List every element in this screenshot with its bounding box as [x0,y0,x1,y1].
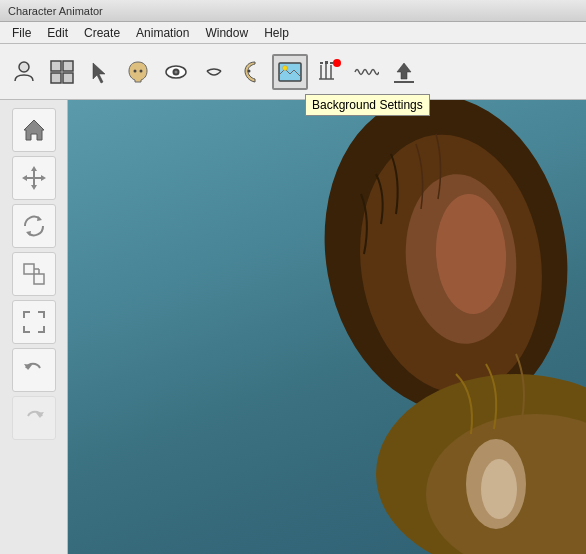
character-btn[interactable] [6,54,42,90]
rotate-btn[interactable] [12,204,56,248]
svg-rect-21 [24,264,34,274]
undo-btn[interactable] [12,348,56,392]
title-bar: Character Animator [0,0,586,22]
fullscreen-btn[interactable] [12,300,56,344]
left-sidebar [0,100,68,554]
audio-btn[interactable] [310,54,346,90]
home-btn[interactable] [12,108,56,152]
menu-edit[interactable]: Edit [39,24,76,42]
menu-help[interactable]: Help [256,24,297,42]
main-area [0,100,586,554]
dog-image [216,100,586,554]
cursor-btn[interactable] [82,54,118,90]
head-btn[interactable] [120,54,156,90]
canvas-background [68,100,586,554]
svg-point-5 [134,69,137,72]
svg-rect-14 [325,61,328,64]
export-btn[interactable] [386,54,422,90]
menu-window[interactable]: Window [197,24,256,42]
grid-btn[interactable] [44,54,80,90]
redo-btn[interactable] [12,396,56,440]
move-btn[interactable] [12,156,56,200]
menu-animation[interactable]: Animation [128,24,197,42]
background-btn[interactable] [272,54,308,90]
svg-rect-4 [63,73,73,83]
svg-point-12 [283,65,288,70]
record-indicator [333,59,341,67]
svg-rect-2 [63,61,73,71]
svg-point-32 [481,459,517,519]
title-bar-text: Character Animator [8,5,103,17]
canvas-area [68,100,586,554]
menu-create[interactable]: Create [76,24,128,42]
svg-rect-22 [34,274,44,284]
menu-file[interactable]: File [4,24,39,42]
svg-rect-20 [394,81,414,83]
svg-point-9 [175,70,178,73]
toolbar: Background Settings [0,44,586,100]
svg-rect-1 [51,61,61,71]
svg-rect-13 [320,62,323,64]
eye-btn[interactable] [158,54,194,90]
svg-point-0 [19,62,29,72]
svg-point-6 [140,69,143,72]
scale-btn[interactable] [12,252,56,296]
mouth-btn[interactable] [196,54,232,90]
face-profile-btn[interactable] [234,54,270,90]
svg-rect-3 [51,73,61,83]
wave-btn[interactable] [348,54,384,90]
svg-point-10 [248,69,251,72]
menu-bar: File Edit Create Animation Window Help [0,22,586,44]
